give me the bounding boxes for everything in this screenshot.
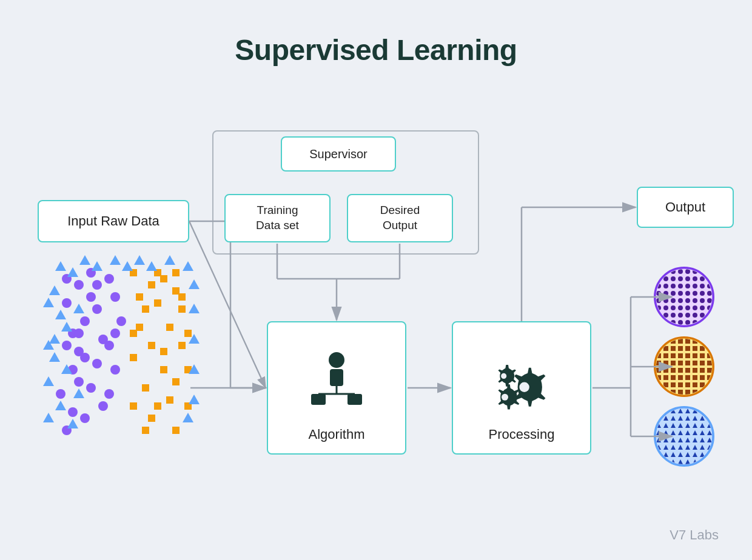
page-title: Supervised Learning [0,0,752,67]
box-supervisor: Supervisor [281,136,396,172]
output-circle-orange [654,336,714,397]
algorithm-icon [303,349,370,421]
box-desired-output: DesiredOutput [347,194,453,242]
svg-rect-1 [330,369,343,386]
page: Supervised Learning Input Raw Data Super… [0,0,752,560]
svg-rect-5 [347,394,362,405]
output-circle-blue [654,406,714,467]
svg-point-8 [519,382,529,392]
processing-icon [488,355,555,421]
svg-point-10 [501,373,506,379]
box-training-data-set: TrainingData set [224,194,331,242]
svg-point-0 [329,352,344,368]
output-circle-purple [654,267,714,327]
box-processing: Processing [452,321,591,455]
scatter-plot [30,248,203,436]
box-algorithm: Algorithm [267,321,406,455]
svg-rect-4 [311,394,326,405]
watermark: V7 Labs [670,527,719,543]
box-output: Output [637,187,734,228]
svg-point-9 [502,394,508,401]
box-input-raw-data: Input Raw Data [38,200,189,242]
